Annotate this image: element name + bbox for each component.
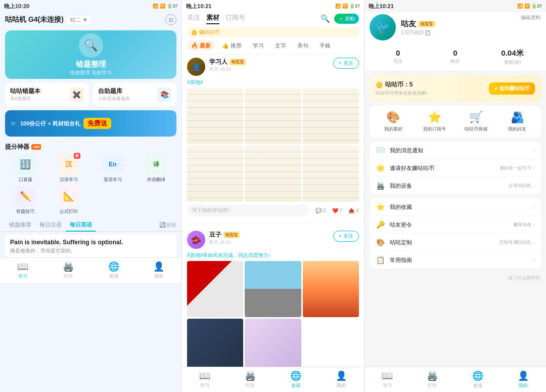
tab-error-recommend[interactable]: 错题推荐 [5, 219, 35, 232]
coin-info: 🪙 咕咕币：5 咕咕币可用来兑换商品噢~ [376, 80, 428, 97]
filter-text[interactable]: 文字 [271, 40, 290, 51]
post1-like-count[interactable]: ❤️ 7 [332, 208, 343, 213]
nav-print-2[interactable]: 🖨️ 打印 [228, 370, 273, 389]
menu-guide[interactable]: 📋 常用指南 › [370, 251, 541, 269]
customize-icon: 🎨 [376, 238, 386, 246]
grade-label: 初二 [70, 16, 81, 24]
stat-follow[interactable]: 0 关注 [370, 49, 427, 66]
post1-comment-count[interactable]: 💬 0 [315, 208, 326, 213]
card1-icon: ✖️ [70, 88, 84, 102]
status-bar-1: 晚上10:20 📶 🛜 🔋37 [0, 0, 181, 12]
tool-chinese[interactable]: 汉新 汉语学习 [49, 154, 89, 183]
filter-journal[interactable]: 手账 [315, 40, 335, 51]
tab-daily-english[interactable]: 每日英语 [66, 219, 96, 232]
post2-username: 豆子 咕宝宝 [209, 231, 240, 239]
p2-filter-bar: 🔥 最新 👍 推荐 学习 文字 美句 手账 [182, 40, 363, 55]
edit-profile-btn[interactable]: 编辑资料 [521, 14, 541, 21]
nav-print-3[interactable]: 🖨️ 打印 [410, 370, 455, 389]
post1-img-2 [245, 88, 301, 144]
favorites-icon: ⭐ [376, 203, 386, 211]
formula-print-label: 公式打印 [60, 208, 78, 215]
post2-img-3 [303, 261, 359, 317]
filter-latest[interactable]: 🔥 最新 [187, 40, 215, 51]
nav-discover-2[interactable]: 🌐 发现 [273, 370, 318, 389]
filter-recommend[interactable]: 👍 推荐 [218, 40, 246, 51]
notifications-label: 我的消息通知 [390, 147, 423, 154]
error-organize-banner[interactable]: 🔍 错题整理 快捷整理 高效学习 [5, 30, 176, 79]
grade-selector[interactable]: 初二 ▼ [67, 16, 91, 24]
profile-vip: 咕宝宝 [418, 21, 435, 27]
sign-in-btn[interactable]: ✔ 签到赚咕咕币 [489, 82, 535, 95]
menu-friend-code[interactable]: 🔑 咕友密令 趣味纸条 › [370, 216, 541, 234]
menu-customize[interactable]: 🎨 咕咕定制 定制专属咕咕机 › [370, 234, 541, 251]
tool-answer-tips[interactable]: ✏️ 答题技巧 [5, 186, 46, 215]
tool-english[interactable]: En 英语学习 [93, 154, 133, 183]
nav-study-2[interactable]: 📖 学习 [182, 370, 228, 389]
share-icon: 📤 [348, 208, 354, 213]
post2-avatar: 🫘 [187, 231, 205, 249]
device-label: 我的设备 [390, 182, 412, 190]
nav-follow[interactable]: 关注 [187, 13, 200, 24]
shortcut-shop[interactable]: 🛒 咕咕币商城 [455, 111, 496, 133]
nav-study-1[interactable]: 📖 学习 [0, 261, 46, 280]
stat-mileage[interactable]: 0.04米 里程(米) [484, 49, 541, 66]
nav-discover-3[interactable]: 🌐 发现 [455, 370, 500, 389]
menu-invite[interactable]: 🌟 邀请好友赚咕咕币 邀好友一起学习 › [370, 159, 541, 177]
profile-menu-2: ⭐ 我的收藏 › 🔑 咕友密令 趣味纸条 › 🎨 [370, 198, 541, 269]
question-bank-card[interactable]: 自助题库 小初高海量题库 📚 [93, 83, 177, 106]
comment-icon: 💬 [315, 208, 322, 213]
nav-discover-1[interactable]: 🌐 发现 [91, 261, 136, 280]
nav-print-label-3: 打印 [428, 382, 437, 389]
nav-discover-label-2: 发现 [291, 382, 300, 389]
coin-bar[interactable]: 🪙 赚咕咕币 [187, 27, 358, 37]
filter-study[interactable]: 学习 [249, 40, 268, 51]
plus-icon: ＋ [338, 15, 343, 22]
signal-icon: 📶 [153, 4, 158, 9]
nav-profile-3[interactable]: 👤 我的 [500, 370, 546, 389]
like-num: 7 [340, 208, 343, 213]
nav-profile-icon-1: 👤 [153, 261, 164, 272]
guide-label: 常用指南 [390, 256, 412, 264]
profile-user-details: 咕友 咕宝宝 17075910 📋 [401, 19, 435, 35]
post1-follow[interactable]: + 关注 [333, 58, 359, 69]
chinese-label: 汉语学习 [60, 177, 78, 183]
nav-study-3[interactable]: 📖 学习 [365, 370, 410, 389]
menu-favorites[interactable]: ⭐ 我的收藏 › [370, 198, 541, 216]
p2-header: 关注 素材 订阅号 🔍 ＋ 发帖 [182, 12, 363, 27]
nav-study-icon-3: 📖 [382, 370, 393, 381]
banner-icon: 🔍 [79, 33, 103, 58]
p2-posts-scroll[interactable]: 👤 学习人 咕宝宝 昨天 08:57 + 关注 #其他# [182, 55, 363, 367]
tool-translate[interactable]: 译 外语翻译 [136, 154, 176, 183]
tab-daily-chinese[interactable]: 每日汉语 [35, 219, 66, 232]
menu-device[interactable]: 🖨️ 我的设备 分享咕咕机 › [370, 177, 541, 194]
profile-scroll[interactable]: 🪙 咕咕币：5 咕咕币可用来兑换商品噢~ ✔ 签到赚咕咕币 🎨 我的素材 ⭐ 我… [365, 71, 546, 367]
shortcut-subscription[interactable]: ⭐ 我的订阅号 [414, 111, 455, 133]
nav-profile-1[interactable]: 👤 我的 [136, 261, 181, 280]
friend-code-hint: 趣味纸条 [513, 222, 531, 228]
shortcut-material[interactable]: 🎨 我的素材 [373, 111, 414, 133]
refresh-btn[interactable]: 🔄 刷新 [159, 219, 176, 231]
nav-material[interactable]: 素材 [206, 13, 219, 24]
expand-btn[interactable]: ⊡ [165, 14, 176, 25]
promo-banner[interactable]: 🐦 100份公仔 + 耗材组合礼 免费送 [5, 110, 176, 137]
nav-profile-2[interactable]: 👤 我的 [318, 370, 364, 389]
nav-subscription[interactable]: 订阅号 [225, 13, 245, 24]
stat-fans[interactable]: 0 粉丝 [427, 49, 484, 66]
tool-oral-math[interactable]: 🔢 口算题 [5, 154, 46, 183]
menu-notifications[interactable]: ✉️ 我的消息通知 › [370, 142, 541, 159]
post2-img-5 [245, 319, 301, 367]
post2-follow[interactable]: + 关注 [333, 231, 359, 242]
coin-icon-profile: 🪙 [376, 81, 383, 89]
shortcut-friends[interactable]: 🫂 我的好友 [496, 111, 538, 133]
search-btn[interactable]: 🔍 [321, 14, 330, 23]
post-btn[interactable]: ＋ 发帖 [334, 14, 359, 24]
post1-share-count[interactable]: 📤 4 [348, 208, 359, 213]
battery-icon-3: 🔋37 [531, 4, 542, 9]
nav-print-1[interactable]: 🖨️ 打印 [46, 261, 91, 280]
post1-comment-input[interactable]: 写下你的评论吧~ [187, 205, 309, 216]
sign-in-label: 签到赚咕咕币 [499, 85, 530, 92]
filter-quote[interactable]: 美句 [293, 40, 312, 51]
error-notebook-card[interactable]: 咕咕错题本 共0道题目 ✖️ [5, 83, 89, 106]
tool-formula-print[interactable]: 📐 公式打印 [49, 186, 89, 215]
card1-sub: 共0道题目 [10, 96, 40, 102]
